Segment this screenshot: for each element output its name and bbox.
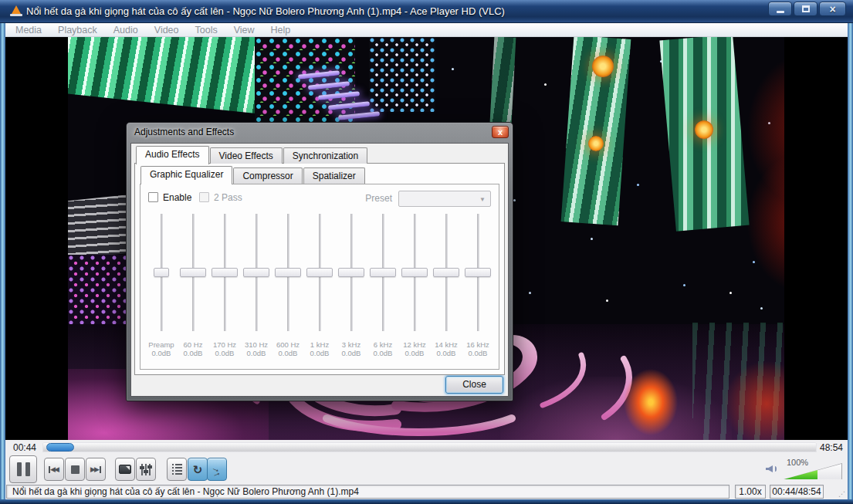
fullscreen-icon xyxy=(119,465,131,474)
band-value-label: 0.0dB xyxy=(310,349,330,357)
equalizer-band: 3 kHz 0.0dB xyxy=(337,212,366,366)
previous-button[interactable]: ◀◀ xyxy=(44,458,64,481)
tab-graphic-equalizer[interactable]: Graphic Equalizer xyxy=(140,166,232,184)
two-pass-label: 2 Pass xyxy=(214,192,242,203)
extended-settings-button[interactable] xyxy=(136,458,156,481)
stop-icon xyxy=(71,465,80,474)
equalizer-sliders-icon xyxy=(141,464,151,475)
floor-red-light-reflection xyxy=(624,369,678,435)
dialog-title: Adjustments and Effects xyxy=(127,123,234,142)
menu-video[interactable]: Video xyxy=(154,25,179,36)
menu-view[interactable]: View xyxy=(234,25,255,36)
equalizer-slider-handle xyxy=(465,268,491,277)
maximize-icon xyxy=(802,5,810,12)
adjustments-effects-dialog: Adjustments and Effects x Audio Effects … xyxy=(126,122,513,401)
pause-icon xyxy=(17,462,30,476)
speaker-icon xyxy=(766,465,773,472)
playlist-icon xyxy=(172,464,182,475)
playlist-button[interactable] xyxy=(167,458,187,481)
menu-media[interactable]: Media xyxy=(15,25,42,36)
stage-led-dot-panel-2 xyxy=(369,37,435,112)
band-frequency-label: 6 kHz xyxy=(374,340,392,349)
dialog-client-area: Audio Effects Video Effects Synchronizat… xyxy=(130,143,509,397)
equalizer-slider-handle xyxy=(275,268,301,277)
preset-combobox: ▼ xyxy=(398,191,491,207)
mute-button[interactable] xyxy=(766,464,777,474)
audio-effects-tab-bar: Graphic Equalizer Compressor Spatializer xyxy=(140,167,366,184)
band-frequency-label: 12 kHz xyxy=(403,340,426,349)
total-time: 48:54 xyxy=(820,442,843,453)
fullscreen-button[interactable] xyxy=(115,458,135,481)
equalizer-slider-handle xyxy=(338,268,364,277)
equalizer-band: 16 kHz 0.0dB xyxy=(463,212,493,366)
window-content: Media Playback Audio Video Tools View He… xyxy=(5,23,848,499)
speaker-wave-icon xyxy=(773,466,777,472)
equalizer-slider-handle xyxy=(243,268,269,277)
volume-slider-fill xyxy=(784,470,817,479)
equalizer-band: 12 kHz 0.0dB xyxy=(400,212,429,366)
band-value-label: 0.0dB xyxy=(405,349,425,357)
playback-speed-status[interactable]: 1.00x xyxy=(735,485,766,499)
minimize-button[interactable] xyxy=(768,2,792,16)
window-border-left xyxy=(0,23,5,504)
equalizer-slider-handle xyxy=(401,268,428,277)
band-frequency-label: 14 kHz xyxy=(435,340,458,349)
next-button[interactable]: ▶▶ xyxy=(86,458,106,481)
band-frequency-label: 170 Hz xyxy=(213,340,236,349)
enable-checkbox[interactable] xyxy=(148,192,158,202)
band-value-label: 0.0dB xyxy=(215,349,235,357)
pause-button[interactable] xyxy=(9,455,37,483)
dialog-close-action-button[interactable]: Close xyxy=(445,376,503,394)
video-surface[interactable]: Adjustments and Effects x Audio Effects … xyxy=(5,37,848,440)
volume-percent: 100% xyxy=(787,458,808,467)
close-button[interactable]: × xyxy=(819,2,846,16)
orange-spotlight xyxy=(588,136,604,151)
cone-shape xyxy=(12,5,21,14)
status-bar: Nổi hết da gà khi giọng hát của cô ấy cấ… xyxy=(5,484,848,499)
equalizer-slider-handle xyxy=(180,268,206,277)
dialog-close-button[interactable]: x xyxy=(492,126,509,138)
stop-button[interactable] xyxy=(65,458,85,481)
vlc-cone-icon xyxy=(10,5,22,17)
equalizer-band: 14 kHz 0.0dB xyxy=(432,212,461,366)
equalizer-slider-handle xyxy=(370,268,396,277)
maximize-button[interactable] xyxy=(794,2,817,16)
shuffle-icon: → → xyxy=(211,464,224,475)
band-frequency-label: 60 Hz xyxy=(184,340,203,349)
time-status[interactable]: 00:44/48:54 xyxy=(770,485,824,499)
equalizer-slider-handle xyxy=(433,268,459,277)
loop-button[interactable]: ↻ xyxy=(188,458,208,481)
band-value-label: 0.0dB xyxy=(437,349,456,357)
band-value-label: 0.0dB xyxy=(469,349,488,357)
previous-arrows: ◀◀ xyxy=(50,465,59,473)
equalizer-options-row: Enable 2 Pass Preset ▼ xyxy=(140,191,499,208)
tab-video-effects[interactable]: Video Effects xyxy=(210,147,283,164)
menu-audio[interactable]: Audio xyxy=(113,25,138,36)
minimize-icon xyxy=(777,11,784,13)
random-button[interactable]: → → xyxy=(207,458,227,481)
equalizer-slider-handle xyxy=(306,268,333,277)
orange-spotlight xyxy=(592,56,614,77)
graphic-equalizer-panel: Enable 2 Pass Preset ▼ Preamp xyxy=(140,184,499,370)
seek-slider[interactable] xyxy=(42,442,817,452)
tab-compressor[interactable]: Compressor xyxy=(233,167,302,184)
seek-row: 00:44 48:54 xyxy=(5,440,848,455)
menu-tools[interactable]: Tools xyxy=(195,25,218,36)
seek-slider-handle[interactable] xyxy=(46,443,74,452)
menu-bar: Media Playback Audio Video Tools View He… xyxy=(5,23,848,37)
tab-synchronization[interactable]: Synchronization xyxy=(283,147,367,164)
title-bar[interactable]: Nổi hết da gà khi giọng hát của cô ấy cấ… xyxy=(0,0,853,23)
equalizer-slider-handle xyxy=(212,268,238,277)
stage-led-dot-panel-1 xyxy=(255,37,355,125)
menu-help[interactable]: Help xyxy=(271,25,291,36)
band-value-label: 0.0dB xyxy=(247,349,266,357)
two-pass-checkbox xyxy=(199,192,209,202)
band-frequency-label: 310 Hz xyxy=(245,340,268,349)
elapsed-time: 00:44 xyxy=(13,442,36,453)
chevron-down-icon: ▼ xyxy=(479,196,486,203)
menu-playback[interactable]: Playback xyxy=(58,25,97,36)
resize-grip[interactable]: ⋰ xyxy=(838,490,846,498)
tab-spatializer[interactable]: Spatializer xyxy=(303,167,365,184)
band-frequency-label: 600 Hz xyxy=(276,340,300,349)
tab-audio-effects[interactable]: Audio Effects xyxy=(136,146,209,164)
